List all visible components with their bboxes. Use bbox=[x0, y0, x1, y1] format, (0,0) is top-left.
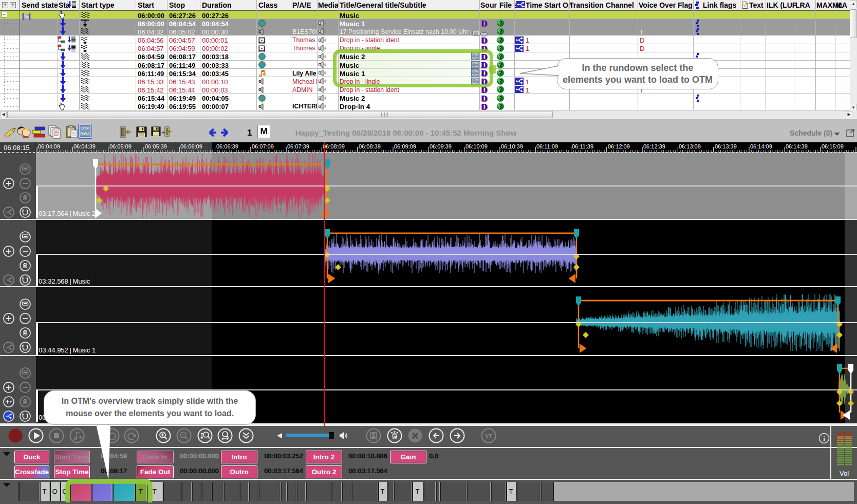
svg-text:OTM: OTM bbox=[81, 126, 88, 130]
svg-text:+: + bbox=[161, 129, 165, 136]
svg-text:VT: VT bbox=[485, 433, 492, 439]
svg-text:i: i bbox=[823, 435, 825, 442]
